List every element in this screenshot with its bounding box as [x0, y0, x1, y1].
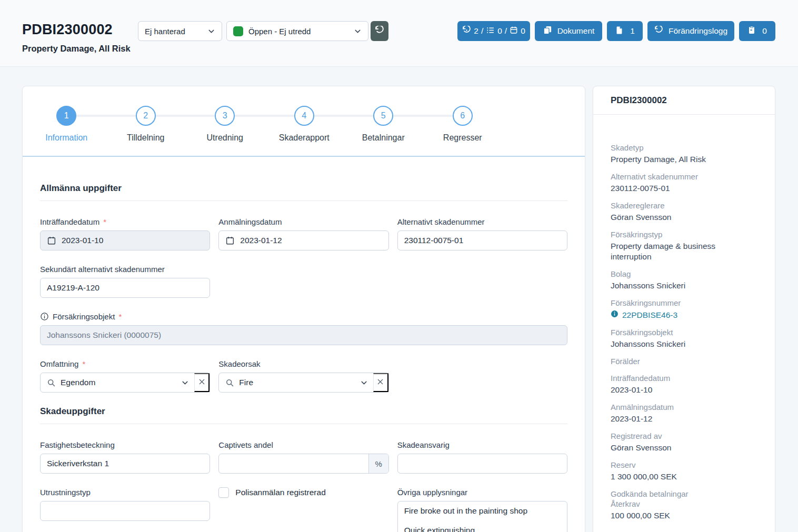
clipboard-button[interactable]: 0 — [739, 21, 775, 41]
damage-responsible-value[interactable] — [404, 454, 561, 473]
dokument-label: Dokument — [557, 26, 595, 36]
damage-cause-select-trigger[interactable]: Fire — [219, 373, 373, 392]
dokument-button[interactable]: Dokument — [535, 21, 602, 41]
field-secondary-alt-claim-number: Sekundärt alternativt skadenummer — [40, 264, 210, 298]
summary-field-foralder: Förälder — [611, 356, 757, 366]
other-info-textarea[interactable]: Fire broke out in the painting shop Quic… — [397, 501, 567, 532]
changelog-button[interactable]: Förändringslogg — [647, 21, 734, 41]
step-regresser[interactable]: 6 Regresser — [423, 86, 503, 143]
damage-cause-clear-button[interactable] — [373, 373, 388, 392]
field-label: Skadeorsak — [218, 359, 260, 369]
chevron-down-icon — [360, 379, 368, 387]
summary-field-alt-skadenummer: Alternativt skadenummer 230112-0075-01 — [611, 172, 757, 194]
status-history-button[interactable] — [371, 21, 388, 41]
field-label: Omfattning — [40, 359, 78, 369]
changelog-label: Förändringslogg — [669, 26, 727, 36]
field-label: Övriga upplysningar — [397, 487, 467, 497]
chevron-down-icon — [354, 27, 362, 35]
step-information[interactable]: 1 Information — [27, 86, 106, 143]
field-damage-cause: Skadeorsak Fire — [218, 359, 388, 393]
property-designation-value[interactable] — [47, 454, 203, 473]
step-circle: 4 — [294, 106, 314, 126]
claim-form-card: 1 Information 2 Tilldelning 3 Utredning … — [22, 86, 585, 532]
summary-field-forsakringstyp: Försäkringstyp Property damage & busines… — [611, 229, 757, 262]
reminder-icon — [462, 26, 471, 37]
field-label: Captivets andel — [218, 440, 273, 450]
list-icon — [486, 26, 495, 37]
history-icon — [375, 26, 384, 37]
documents-icon — [543, 25, 552, 37]
alt-claim-number-input[interactable] — [397, 230, 567, 250]
step-label: Regresser — [443, 133, 482, 143]
property-designation-input[interactable] — [40, 454, 210, 474]
field-damage-responsible: Skadeansvarig — [397, 440, 567, 474]
scope-select: Egendom — [40, 373, 210, 393]
field-scope: Omfattning* Egendom — [40, 359, 210, 393]
summary-field-forsakringsnummer: Försäkringsnummer 22PDBISE46-3 — [611, 298, 757, 320]
step-circle: 6 — [453, 106, 473, 126]
handled-status-select[interactable]: Ej hanterad — [138, 21, 222, 41]
field-label: Fastighetsbeteckning — [40, 440, 115, 450]
calendar-count: 0 — [521, 26, 525, 36]
claim-type-subtitle: Property Damage, All Risk — [22, 44, 131, 54]
step-betalningar[interactable]: 5 Betalningar — [344, 86, 423, 143]
search-icon — [225, 378, 234, 387]
scope-select-trigger[interactable]: Egendom — [41, 373, 194, 392]
summary-field-skadereglerare: Skadereglerare Göran Svensson — [611, 200, 757, 223]
police-report-label: Polisanmälan registrerad — [235, 488, 325, 497]
scope-clear-button[interactable] — [194, 373, 210, 392]
clipboard-icon — [747, 26, 756, 36]
field-other-info: Övriga upplysningar Fire broke out in th… — [397, 487, 567, 532]
step-circle: 1 — [56, 106, 76, 126]
summary-title: PDBI2300002 — [593, 86, 775, 115]
calendar-icon — [225, 236, 235, 245]
field-property-designation: Fastighetsbeteckning — [40, 440, 210, 474]
info-icon — [40, 312, 49, 321]
search-icon — [47, 378, 56, 387]
claim-summary-panel: PDBI2300002 Skadetyp Property Damage, Al… — [593, 86, 775, 532]
field-label: Inträffandedatum — [40, 217, 99, 227]
report-date-value[interactable] — [240, 231, 382, 250]
policy-number-link[interactable]: 22PDBISE46-3 — [611, 310, 757, 320]
field-label: Sekundärt alternativt skadenummer — [40, 264, 165, 274]
insurance-object-value — [47, 326, 561, 345]
claim-status-select[interactable]: Öppen - Ej utredd — [226, 21, 368, 41]
summary-field-bolag: Bolag Johanssons Snickeri — [611, 269, 757, 291]
step-circle: 3 — [215, 106, 235, 126]
step-circle: 5 — [373, 106, 393, 126]
reminders-tasks-calendar-button[interactable]: 2 / 0 / 0 — [457, 21, 530, 41]
status-green-dot — [233, 26, 243, 36]
step-label: Utredning — [207, 133, 243, 143]
required-asterisk: * — [82, 359, 85, 369]
police-report-checkbox[interactable] — [218, 487, 229, 498]
required-asterisk: * — [103, 217, 106, 227]
summary-sublabel-aterkrav: Återkrav — [611, 499, 757, 509]
secondary-alt-claim-number-input[interactable] — [40, 278, 210, 298]
information-form: Allmänna uppgifter Inträffandedatum* — [23, 157, 585, 532]
step-utredning[interactable]: 3 Utredning — [185, 86, 265, 143]
captive-share-value[interactable] — [219, 454, 363, 473]
summary-field-reserv: Reserv 1 300 000,00 SEK — [611, 460, 757, 482]
occurrence-date-input — [40, 230, 210, 250]
history-icon — [654, 26, 663, 37]
page-title: PDBI2300002 — [22, 22, 113, 38]
step-tilldelning[interactable]: 2 Tilldelning — [106, 86, 186, 143]
report-date-input[interactable] — [218, 230, 388, 250]
summary-field-godkanda-betalningar: Godkända betalningar Återkrav 100 000,00… — [611, 489, 757, 521]
equipment-type-input[interactable] — [40, 501, 210, 521]
captive-share-input[interactable]: % — [218, 454, 388, 474]
clipboard-count-badge: 0 — [762, 26, 767, 36]
field-occurrence-date: Inträffandedatum* — [40, 217, 210, 250]
calendar-icon — [47, 236, 56, 245]
field-insurance-object: Försäkringsobjekt* — [40, 312, 567, 345]
equipment-type-value[interactable] — [47, 501, 203, 520]
step-skaderapport[interactable]: 4 Skaderapport — [265, 86, 344, 143]
damage-responsible-input[interactable] — [397, 454, 567, 474]
alt-claim-number-value[interactable] — [404, 231, 561, 250]
step-label: Information — [45, 133, 87, 143]
secondary-alt-claim-number-value[interactable] — [47, 278, 203, 297]
info-icon — [611, 310, 619, 320]
separator: / — [505, 26, 507, 36]
files-button[interactable]: 1 — [607, 21, 643, 41]
step-label: Skaderapport — [279, 133, 330, 143]
